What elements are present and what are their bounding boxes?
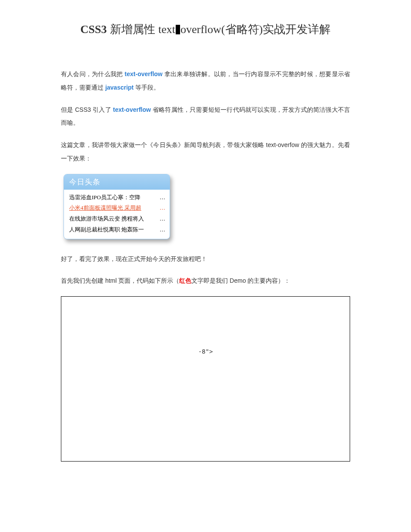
news-widget-header: 今日头条 bbox=[64, 174, 170, 190]
keyword-javascript: javascript bbox=[105, 84, 134, 91]
title-paren-close: ) bbox=[259, 23, 263, 36]
document-page: CSS3 新增属性 textoverflow(省略符)实战开发详解 有人会问，为… bbox=[0, 0, 411, 532]
paragraph-3: 这篇文章，我讲带领大家做一个《今日头条》新闻导航列表，带领大家领略 text-o… bbox=[61, 138, 350, 165]
paragraph-1: 有人会问，为什么我把 text-overflow 拿出来单独讲解。以前，当一行内… bbox=[61, 67, 350, 94]
paragraph-2: 但是 CSS3 引入了 text-overflow 省略符属性，只需要短短一行代… bbox=[61, 103, 350, 130]
title-text: text bbox=[158, 23, 175, 36]
keyword-text-overflow-2: text-overflow bbox=[113, 106, 151, 113]
paragraph-5: 首先我们先创建 html 页面，代码如下所示（红色文字即是我们 Demo 的主要… bbox=[61, 274, 350, 288]
demo-screenshot: 今日头条 迅雷浴血IPO员工心寒：空降 小米4前面板谍照曝光 采用超 在线旅游市… bbox=[63, 174, 350, 239]
title-separator-block bbox=[176, 25, 180, 34]
code-block: -8"> bbox=[61, 296, 350, 462]
para1-t1: 有人会问，为什么我把 bbox=[61, 70, 125, 77]
para1-t3: 等手段。 bbox=[135, 84, 160, 91]
title-overflow: overflow( bbox=[180, 23, 225, 36]
title-css3: CSS3 bbox=[80, 23, 107, 36]
paragraph-4: 好了，看完了效果，现在正式开始今天的开发旅程吧！ bbox=[61, 252, 350, 266]
title-cjk-1: 新增属性 bbox=[110, 23, 155, 36]
para5-t2: 文字即是我们 Demo 的主要内容）： bbox=[191, 277, 290, 284]
news-item[interactable]: 人网副总裁杜悦离职 炮轰陈一 bbox=[69, 224, 165, 235]
news-list: 迅雷浴血IPO员工心寒：空降 小米4前面板谍照曝光 采用超 在线旅游市场风云变 … bbox=[64, 190, 170, 239]
news-item[interactable]: 在线旅游市场风云变 携程将入 bbox=[69, 214, 165, 224]
red-text-marker: 红色 bbox=[179, 277, 191, 284]
title-cjk-3: 实战开发详解 bbox=[263, 23, 331, 36]
code-fragment: -8"> bbox=[61, 345, 350, 358]
page-title: CSS3 新增属性 textoverflow(省略符)实战开发详解 bbox=[61, 22, 350, 37]
para5-t1: 首先我们先创建 html 页面，代码如下所示（ bbox=[61, 277, 179, 284]
title-cjk-2: 省略符 bbox=[225, 23, 259, 36]
news-item[interactable]: 小米4前面板谍照曝光 采用超 bbox=[69, 203, 165, 214]
keyword-text-overflow-1: text-overflow bbox=[125, 70, 163, 77]
para2-t1: 但是 CSS3 引入了 bbox=[61, 106, 113, 113]
news-item[interactable]: 迅雷浴血IPO员工心寒：空降 bbox=[69, 192, 165, 203]
news-widget: 今日头条 迅雷浴血IPO员工心寒：空降 小米4前面板谍照曝光 采用超 在线旅游市… bbox=[63, 174, 170, 239]
